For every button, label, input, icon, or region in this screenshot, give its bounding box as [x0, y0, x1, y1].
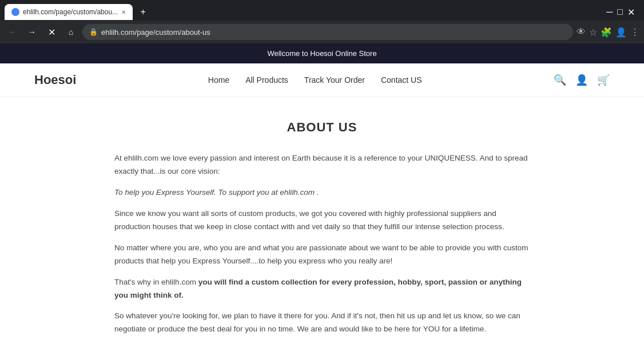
- page-title: ABOUT US: [114, 120, 530, 135]
- extensions-icon[interactable]: 🧩: [601, 27, 612, 38]
- search-icon[interactable]: 🔍: [554, 74, 566, 86]
- tab-title: ehlilh.com/page/custom/abou...: [23, 8, 118, 16]
- eye-icon[interactable]: 👁: [577, 27, 586, 37]
- main-content: ABOUT US At ehlilh.com we love every pas…: [0, 97, 644, 344]
- browser-chrome: ehlilh.com/page/custom/abou... ✕ + ─ □ ✕…: [0, 0, 644, 43]
- site-header: Hoesoi Home All Products Track Your Orde…: [0, 63, 644, 97]
- cart-icon[interactable]: 🛒: [597, 74, 610, 86]
- active-tab[interactable]: ehlilh.com/page/custom/abou... ✕: [5, 4, 133, 20]
- nav-track-order[interactable]: Track Your Order: [304, 75, 365, 85]
- site-nav: Home All Products Track Your Order Conta…: [208, 75, 422, 85]
- back-button[interactable]: ←: [5, 24, 21, 40]
- banner-text: Wellcome to Hoesoi Online Store: [267, 49, 376, 58]
- profile-icon[interactable]: 👤: [615, 27, 627, 38]
- about-paragraph-2: To help you Express Yourself. To support…: [114, 186, 530, 199]
- refresh-button[interactable]: ✕: [43, 24, 59, 40]
- tab-favicon: [11, 8, 19, 16]
- about-paragraph-5: That's why in ehlilh.com you will find a…: [114, 276, 530, 302]
- close-window-button[interactable]: ✕: [627, 7, 635, 18]
- tab-close-button[interactable]: ✕: [121, 9, 126, 15]
- forward-button[interactable]: →: [24, 24, 40, 40]
- lock-icon: 🔒: [89, 28, 98, 36]
- menu-icon[interactable]: ⋮: [630, 27, 639, 38]
- url-text: ehlilh.com/page/custom/about-us: [101, 28, 566, 37]
- site-logo: Hoesoi: [34, 73, 76, 87]
- account-icon[interactable]: 👤: [575, 74, 588, 86]
- tab-bar: ehlilh.com/page/custom/abou... ✕ + ─ □ ✕: [0, 0, 644, 21]
- top-banner: Wellcome to Hoesoi Online Store: [0, 43, 644, 63]
- toolbar-actions: 👁 ☆ 🧩 👤 ⋮: [577, 27, 639, 38]
- page-wrapper: Wellcome to Hoesoi Online Store Hoesoi H…: [0, 43, 644, 344]
- about-paragraph-3: Since we know you want all sorts of cust…: [114, 207, 530, 234]
- nav-all-products[interactable]: All Products: [245, 75, 288, 85]
- new-tab-button[interactable]: +: [135, 4, 151, 20]
- home-button[interactable]: ⌂: [63, 24, 79, 40]
- maximize-button[interactable]: □: [617, 7, 623, 17]
- header-icons: 🔍 👤 🛒: [554, 74, 610, 86]
- nav-contact[interactable]: Contact US: [381, 75, 422, 85]
- window-controls: ─ □ ✕: [606, 7, 639, 18]
- about-paragraph-4: No matter where you are, who you are and…: [114, 242, 530, 268]
- star-icon[interactable]: ☆: [589, 27, 597, 38]
- nav-home[interactable]: Home: [208, 75, 229, 85]
- about-paragraph-6: So whatever you're looking for, we plan …: [114, 310, 530, 336]
- about-paragraph-1: At ehlilh.com we love every passion and …: [114, 152, 530, 178]
- browser-toolbar: ← → ✕ ⌂ 🔒 ehlilh.com/page/custom/about-u…: [0, 21, 644, 43]
- about-p5-before: That's why in ehlilh.com: [114, 278, 198, 286]
- address-bar[interactable]: 🔒 ehlilh.com/page/custom/about-us: [82, 24, 573, 40]
- minimize-button[interactable]: ─: [606, 7, 613, 17]
